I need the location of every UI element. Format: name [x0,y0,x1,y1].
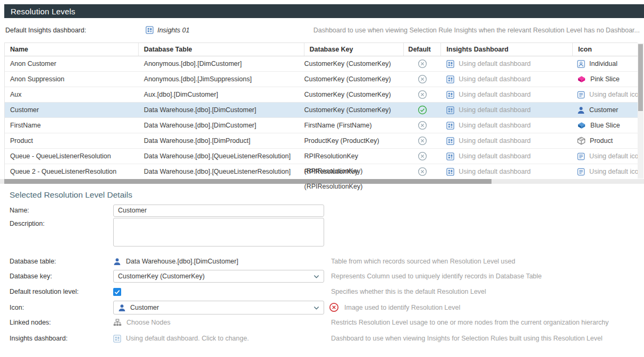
database-key-description: Represents Column used to uniquely ident… [331,273,542,280]
column-header-database-key[interactable]: Database Key [304,43,404,56]
cell-database-table: Anonymous.[dbo].[JimSuppressions] [139,72,304,87]
customer-icon [118,304,126,312]
database-table-value: Data Warehouse.[dbo].[DimCustomer] [126,258,238,265]
dashboard-icon [446,106,454,114]
database-key-select[interactable]: CustomerKey (CustomerKey) [113,270,324,283]
cell-database-table: Data Warehouse.[dbo].[DimProduct] [139,133,304,148]
chevron-down-icon [313,275,319,279]
name-field-row: Name: [10,204,644,217]
default-cross-icon [404,133,441,148]
cell-database-key: CustomerKey (CustomerKey) [304,103,404,117]
dashboard-icon [446,122,454,130]
cell-insights-dashboard: Using default dashboard [441,164,573,179]
cell-name: Queue - QueueListenerResolution [5,149,139,164]
database-table-row: Database table: Data Warehouse.[dbo].[Di… [10,255,644,268]
table-row[interactable]: AuxAux.[dbo].[DimCustomer]CustomerKey (C… [5,87,638,103]
product-box-icon [577,137,586,145]
table-row[interactable]: CustomerData Warehouse.[dbo].[DimCustome… [5,103,638,118]
default-cross-icon [404,56,441,71]
table-row[interactable]: Queue 2 - QueueListenerResolutionData Wa… [5,164,638,180]
horizontal-scrollbar-thumb[interactable] [4,179,492,184]
cell-insights-dashboard: Using default dashboard [441,133,573,148]
cell-icon: Customer [573,103,638,117]
icon-description: Image used to identify Resolution Level [344,304,460,311]
vertical-scrollbar-thumb[interactable] [638,44,643,111]
selected-resolution-details: Selected Resolution Level Details Name: … [4,190,644,344]
default-dashboard-value[interactable]: Insights 01 [157,27,189,34]
table-row[interactable]: Anon SuppressionAnonymous.[dbo].[JimSupp… [5,72,638,87]
cell-database-table: Data Warehouse.[dbo].[DimCustomer] [139,118,304,133]
clear-icon-button[interactable] [329,302,339,312]
database-key-value: CustomerKey (CustomerKey) [118,273,205,280]
document-icon [577,91,585,99]
default-level-label: Default resolution level: [10,288,113,295]
icon-select[interactable]: Customer [113,301,324,314]
cell-database-table: Anonymous.[dbo].[DimCustomer] [139,56,304,71]
default-dashboard-bar: Default Insights dashboard: Insights 01 … [4,18,644,42]
default-level-checkbox[interactable] [113,288,121,296]
default-check-icon [404,103,441,117]
database-table-label: Database table: [10,258,113,265]
cell-name: Aux [5,87,139,102]
database-table-description: Table from which records sourced when Re… [331,258,515,265]
table-row[interactable]: ProductData Warehouse.[dbo].[DimProduct]… [5,133,638,149]
vertical-scrollbar[interactable] [638,43,643,178]
name-input[interactable] [113,205,324,217]
icon-field-row: Icon: Customer Image used to identify Re… [10,301,644,314]
table-row[interactable]: FirstNameData Warehouse.[dbo].[DimCustom… [5,118,638,133]
cell-database-table: Data Warehouse.[dbo].[DimCustomer] [139,103,304,117]
default-cross-icon [404,164,441,179]
column-header-name[interactable]: Name [5,43,139,56]
column-header-insights-dashboard[interactable]: Insights Dashboard [441,43,573,56]
cell-icon: Product [573,133,638,148]
cell-insights-dashboard: Using default dashboard [441,118,573,133]
cell-insights-dashboard: Using default dashboard [441,56,573,71]
table-row[interactable]: Queue - QueueListenerResolutionData Ware… [5,149,638,164]
blue-slice-icon [577,122,586,129]
icon-label: Icon: [10,304,113,311]
cell-database-key: CustomerKey (CustomerKey) [304,72,404,87]
default-cross-icon [404,87,441,102]
column-header-database-table[interactable]: Database Table [139,43,304,56]
cell-database-key: ProductKey (ProductKey) [304,133,404,148]
cell-icon: Individual [573,56,638,71]
description-field-row: Description: [10,218,644,246]
description-input[interactable] [113,218,324,246]
dashboard-icon [146,26,154,34]
table-header: Name Database Table Database Key Default… [5,43,638,56]
dashboard-icon [446,168,454,176]
dashboard-icon [446,60,454,68]
chevron-down-icon [313,306,319,310]
cell-database-table: Data Warehouse.[dbo].[QueueListenerResol… [139,164,304,179]
icon-value: Customer [130,304,159,311]
cell-icon: Using default icon [573,87,638,102]
dashboard-icon [446,91,454,99]
org-chart-icon [113,319,122,327]
default-cross-icon [404,149,441,164]
cell-database-table: Data Warehouse.[dbo].[QueueListenerResol… [139,149,304,164]
description-label: Description: [10,218,113,227]
cell-database-key: RPIResolutionKey (RPIResolutionKey) [304,164,404,179]
cell-icon: Pink Slice [573,72,638,87]
table-row[interactable]: Anon CustomerAnonymous.[dbo].[DimCustome… [5,56,638,72]
default-dashboard-label: Default Insights dashboard: [5,27,86,34]
column-header-icon[interactable]: Icon [573,43,638,56]
horizontal-scrollbar[interactable] [0,179,644,184]
customer-icon [113,258,121,266]
cell-insights-dashboard: Using default dashboard [441,103,573,117]
insights-dashboard-label: Insights dashboard: [10,335,113,342]
cell-name: Product [5,133,139,148]
panel-title: Resolution Levels [11,7,75,16]
column-header-default[interactable]: Default [404,43,441,56]
insights-dashboard-row: Insights dashboard: Using default dashbo… [10,333,644,344]
panel-title-bar: Resolution Levels [4,4,644,18]
cell-icon: Using default icon [573,164,638,179]
cell-insights-dashboard: Using default dashboard [441,87,573,102]
choose-nodes-button[interactable]: Choose Nodes [126,319,171,326]
details-heading: Selected Resolution Level Details [10,190,644,200]
resolution-levels-table: Name Database Table Database Key Default… [4,42,638,180]
document-icon [577,168,585,176]
table-body: Anon CustomerAnonymous.[dbo].[DimCustome… [5,56,638,180]
insights-dashboard-change-button[interactable]: Using default dashboard. Click to change… [126,335,249,342]
insights-dashboard-description: Dashboard to use when viewing Insights f… [331,335,603,342]
